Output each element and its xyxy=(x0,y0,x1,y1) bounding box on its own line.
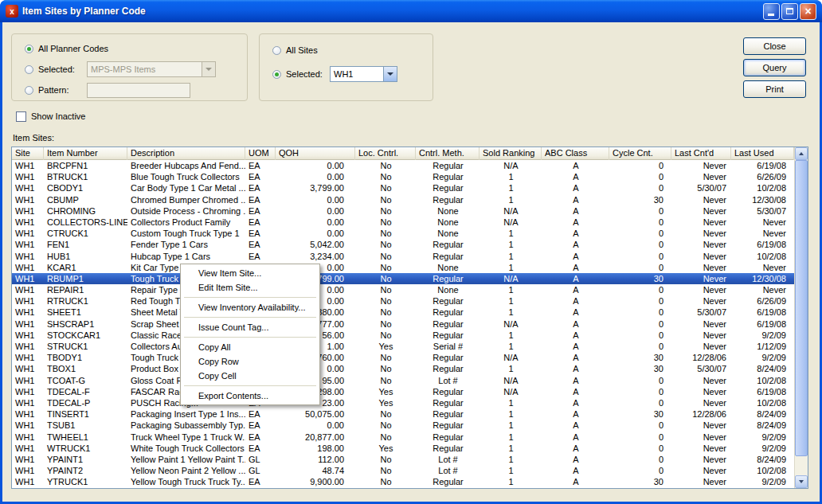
close-window-button[interactable]: × xyxy=(800,3,816,20)
table-cell: WH1 xyxy=(12,375,44,386)
table-row[interactable]: WH1STRUCK1Collectors Automobile...EA1.00… xyxy=(12,341,794,352)
close-button[interactable]: Close xyxy=(743,37,806,55)
table-row[interactable]: WH1FEN1Fender Type 1 CarsEA5,042.00NoReg… xyxy=(12,239,794,250)
table-row[interactable]: WH1CHROMINGOutside Process - Chroming ..… xyxy=(12,205,794,217)
table-cell: A xyxy=(542,443,609,454)
table-row[interactable]: WH1SHSCRAP1Scrap Sheet Metal...EA777.00N… xyxy=(12,318,794,330)
table-row[interactable]: WH1BTRUCK1Blue Tough Truck CollectorsEA0… xyxy=(12,171,794,182)
column-header-last-used[interactable]: Last Used xyxy=(731,147,794,160)
selected-site-radio[interactable] xyxy=(272,70,281,79)
table-row[interactable]: WH1STOCKCAR1Classic Race Car...EA56.00No… xyxy=(12,330,794,341)
column-header-last-cnt-d[interactable]: Last Cnt'd xyxy=(671,147,731,160)
table-row[interactable]: WH1TINSERT1Packaging Insert Type 1 Ins..… xyxy=(12,408,794,420)
table-row[interactable]: WH1TWHEEL1Truck Wheel Type 1 Truck W...E… xyxy=(12,432,794,443)
column-header-site[interactable]: Site xyxy=(12,147,44,160)
planner-combo-chevron-down-icon[interactable] xyxy=(202,62,215,76)
print-button[interactable]: Print xyxy=(743,80,806,98)
table-cell: WH1 xyxy=(12,273,44,284)
column-header-description[interactable]: Description xyxy=(127,147,245,160)
arrow-down-icon xyxy=(799,480,804,483)
site-combo[interactable]: WH1 xyxy=(330,66,397,82)
table-row[interactable]: WH1TDECAL-FFASCAR Racing...EA298.00YesRe… xyxy=(12,386,794,397)
table-row[interactable]: WH1KCAR1Kit Car Type 1 ...EA0.00NoNone1A… xyxy=(12,262,794,273)
planner-code-combo[interactable]: MPS-MPS Items xyxy=(87,61,216,77)
menu-item-view-item-site[interactable]: View Item Site... xyxy=(182,266,318,280)
site-combo-chevron-down-icon[interactable] xyxy=(383,67,397,81)
table-cell: No xyxy=(355,476,416,487)
menu-item-issue-count-tag[interactable]: Issue Count Tag... xyxy=(182,320,318,334)
table-row[interactable]: WH1REPAIR1Repair Type 1...EA0.00NoNone1A… xyxy=(12,284,794,295)
table-row[interactable]: WH1YPAINT2Yellow Neon Paint 2 Yellow ...… xyxy=(12,465,794,476)
table-cell: WH1 xyxy=(12,251,44,262)
table-cell: Regular xyxy=(416,476,480,487)
menu-item-copy-cell[interactable]: Copy Cell xyxy=(182,369,318,383)
table-row[interactable]: WH1YPAINT1Yellow Paint 1 Yellow Paint T.… xyxy=(12,454,794,465)
show-inactive-checkbox[interactable] xyxy=(16,111,26,122)
table-cell: WH1 xyxy=(12,318,44,330)
table-row[interactable]: WH1SHEET1Sheet Metal Type 1...EA380.00No… xyxy=(12,307,794,318)
application-window: x Item Sites by Planner Code × All Plann… xyxy=(0,0,822,504)
minimize-button[interactable] xyxy=(763,3,780,20)
table-cell: 9/2/09 xyxy=(731,443,794,454)
column-header-qoh[interactable]: QOH xyxy=(276,147,355,160)
table-cell: 1 xyxy=(480,307,542,318)
table-cell: Lot # xyxy=(416,375,480,386)
scroll-up-button[interactable] xyxy=(795,147,808,160)
selected-planner-code-radio[interactable] xyxy=(25,65,33,74)
scroll-track[interactable] xyxy=(795,160,808,475)
all-sites-radio[interactable] xyxy=(272,46,281,55)
table-cell: 0 xyxy=(609,465,671,476)
all-planner-codes-radio[interactable] xyxy=(25,45,33,53)
column-header-abc-class[interactable]: ABC Class xyxy=(542,147,609,160)
table-row[interactable]: WH1TBOX1Product Box Type 1...EA0.00NoReg… xyxy=(12,363,794,374)
table-row[interactable]: WH1RTRUCK1Red Tough Truck...EA0.00NoRegu… xyxy=(12,295,794,307)
column-header-item-number[interactable]: Item Number xyxy=(44,147,127,160)
pattern-input[interactable] xyxy=(87,83,190,98)
table-cell: 30 xyxy=(609,476,671,487)
column-header-loc-cntrl[interactable]: Loc. Cntrl. xyxy=(355,147,416,160)
menu-item-edit-item-site[interactable]: Edit Item Site... xyxy=(182,280,318,295)
pattern-radio[interactable] xyxy=(25,86,33,95)
column-header-cycle-cnt[interactable]: Cycle Cnt. xyxy=(609,147,671,160)
table-row[interactable]: WH1TSUB1Packaging Subassembly Typ...EA0.… xyxy=(12,420,794,431)
title-bar[interactable]: x Item Sites by Planner Code × xyxy=(0,0,822,22)
table-row[interactable]: WH1RBUMP1Tough Truck Bumper...EA3,799.00… xyxy=(12,273,794,284)
column-header-cntrl-meth[interactable]: Cntrl. Meth. xyxy=(416,147,480,160)
vertical-scrollbar[interactable] xyxy=(794,147,808,488)
table-row[interactable]: WH1TCOAT-GGloss Coat Finish...EA95.00NoL… xyxy=(12,375,794,386)
scroll-thumb[interactable] xyxy=(795,160,808,456)
table-cell: No xyxy=(355,352,416,363)
column-header-uom[interactable]: UOM xyxy=(245,147,276,160)
table-cell: 5,042.00 xyxy=(276,239,355,250)
table-row[interactable]: WH1WTRUCK1White Tough Truck CollectorsEA… xyxy=(12,443,794,454)
menu-item-copy-row[interactable]: Copy Row xyxy=(182,354,318,369)
table-cell: Never xyxy=(731,284,794,295)
table-row[interactable]: WH1HUB1Hubcap Type 1 CarsEA3,234.00NoReg… xyxy=(12,251,794,262)
table-cell: REPAIR1 xyxy=(44,284,127,295)
scroll-down-button[interactable] xyxy=(795,475,808,488)
table-row[interactable]: WH1BRCPFN1Breeder Hubcaps And Fend...EA0… xyxy=(12,160,794,171)
table-row[interactable]: WH1YTRUCK1Yellow Tough Truck Truck Ty...… xyxy=(12,476,794,487)
table-cell: Regular xyxy=(416,408,480,420)
table-row[interactable]: WH1CTRUCK1Custom Tough Truck Type 1EA0.0… xyxy=(12,228,794,239)
table-row[interactable]: WH1TBODY1Tough Truck Body...EA760.00NoRe… xyxy=(12,352,794,363)
menu-item-export-contents[interactable]: Export Contents... xyxy=(182,389,318,403)
table-row[interactable]: WH1TDECAL-PPUSCH Racing...EA23.00YesRegu… xyxy=(12,397,794,408)
maximize-button[interactable] xyxy=(781,3,798,20)
table-cell: 1 xyxy=(480,432,542,443)
column-header-sold-ranking[interactable]: Sold Ranking xyxy=(480,147,542,160)
table-cell: 6/26/09 xyxy=(731,295,794,307)
table-row[interactable]: WH1CBODY1Car Body Type 1 Car Metal ...EA… xyxy=(12,182,794,193)
table-row[interactable]: WH1COLLECTORS-LINECollectors Product Fam… xyxy=(12,217,794,228)
table-cell: YPAINT1 xyxy=(44,454,127,465)
table-cell: Never xyxy=(671,205,731,217)
menu-item-copy-all[interactable]: Copy All xyxy=(182,340,318,354)
menu-item-view-inventory-availability[interactable]: View Inventory Availability... xyxy=(182,300,318,315)
table-cell: STOCKCAR1 xyxy=(44,330,127,341)
table-cell: Outside Process - Chroming ... xyxy=(127,205,245,217)
table-row[interactable]: WH1CBUMPChromed Bumper Chromed ...EA0.00… xyxy=(12,194,794,205)
table-cell: Never xyxy=(671,262,731,273)
table-cell: Never xyxy=(671,228,731,239)
table-cell: Never xyxy=(671,432,731,443)
query-button[interactable]: Query xyxy=(743,59,806,76)
